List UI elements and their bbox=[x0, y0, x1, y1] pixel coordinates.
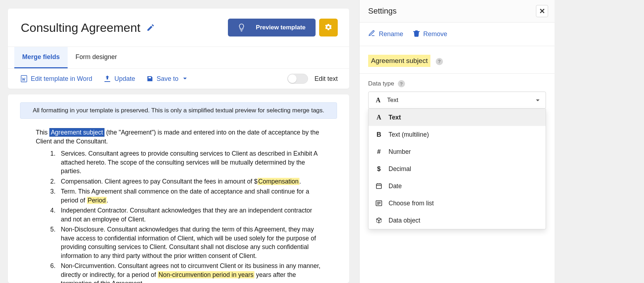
data-type-label: Data type ? bbox=[368, 80, 546, 87]
option-label: Decimal bbox=[389, 165, 411, 173]
doc-text: . bbox=[299, 178, 301, 185]
rename-label: Rename bbox=[379, 30, 403, 38]
tabs: Merge fields Form designer bbox=[8, 47, 349, 68]
doc-text: Compensation. Client agrees to pay Consu… bbox=[61, 178, 258, 185]
list-item: Services. Consultant agrees to provide c… bbox=[57, 149, 321, 176]
data-type-option-date[interactable]: Date bbox=[369, 177, 546, 195]
upload-icon bbox=[104, 75, 111, 82]
gear-icon bbox=[325, 23, 332, 32]
settings-panel: Settings ✕ Rename Remove Agreement subje… bbox=[359, 0, 555, 283]
date-type-icon bbox=[375, 182, 383, 190]
template-settings-button[interactable] bbox=[319, 19, 338, 36]
data-type-option-object[interactable]: Data object bbox=[369, 212, 546, 229]
lightbulb-icon bbox=[238, 23, 245, 32]
update-link[interactable]: Update bbox=[104, 75, 135, 83]
option-label: Data object bbox=[389, 217, 420, 224]
multiline-type-icon: B bbox=[375, 131, 383, 138]
option-label: Text (multiline) bbox=[389, 131, 429, 138]
list-item: Non-Circumvention. Consultant agrees not… bbox=[57, 262, 321, 283]
object-type-icon bbox=[375, 216, 383, 224]
document-body: This Agreement subject (the "Agreement")… bbox=[20, 128, 337, 283]
merge-tag-compensation[interactable]: Compensation bbox=[258, 178, 299, 185]
tab-form-designer[interactable]: Form designer bbox=[68, 47, 125, 68]
right-gutter bbox=[555, 0, 644, 283]
preview-template-label: Preview template bbox=[256, 24, 306, 31]
settings-title: Settings bbox=[368, 6, 397, 16]
merge-tag-agreement-subject[interactable]: Agreement subject bbox=[49, 128, 104, 137]
doc-text: This bbox=[36, 129, 49, 136]
edit-text-toggle[interactable] bbox=[287, 74, 308, 84]
update-label: Update bbox=[114, 75, 135, 83]
remove-label: Remove bbox=[423, 30, 447, 38]
data-type-option-choose[interactable]: Choose from list bbox=[369, 195, 546, 212]
save-to-link[interactable]: Save to bbox=[147, 75, 187, 83]
help-icon[interactable]: ? bbox=[398, 80, 405, 87]
list-type-icon bbox=[375, 199, 383, 207]
remove-field-link[interactable]: Remove bbox=[413, 30, 447, 39]
rename-field-link[interactable]: Rename bbox=[368, 30, 403, 39]
data-type-option-decimal[interactable]: $ Decimal bbox=[369, 160, 546, 177]
chevron-down-icon bbox=[183, 77, 187, 80]
decimal-type-icon: $ bbox=[375, 165, 383, 173]
save-to-label: Save to bbox=[157, 75, 179, 83]
list-item: Compensation. Client agrees to pay Consu… bbox=[57, 177, 321, 186]
doc-text: Services. Consultant agrees to provide c… bbox=[61, 150, 317, 175]
doc-text: Independent Contractor. Consultant ackno… bbox=[61, 207, 312, 223]
list-item: Term. This Agreement shall commence on t… bbox=[57, 187, 321, 205]
help-icon[interactable]: ? bbox=[436, 58, 443, 65]
svg-rect-0 bbox=[21, 75, 27, 82]
close-settings-button[interactable]: ✕ bbox=[536, 5, 548, 17]
number-type-icon: # bbox=[375, 148, 383, 156]
list-item: Non-Disclosure. Consultant acknowledges … bbox=[57, 225, 321, 260]
page-title: Consulting Agreement bbox=[21, 21, 141, 35]
trash-icon bbox=[413, 30, 420, 39]
field-name-display: Agreement subject bbox=[368, 55, 430, 67]
option-label: Number bbox=[389, 148, 411, 156]
text-type-icon: A bbox=[374, 96, 382, 104]
tab-merge-fields[interactable]: Merge fields bbox=[14, 47, 68, 68]
toggle-knob bbox=[288, 74, 297, 83]
preview-template-button[interactable]: Preview template bbox=[228, 19, 316, 36]
doc-text: . bbox=[107, 197, 108, 204]
data-type-selected-label: Text bbox=[387, 97, 398, 104]
info-banner: All formatting in your template is prese… bbox=[20, 102, 337, 119]
text-type-icon: A bbox=[375, 113, 383, 121]
data-type-dropdown: A Text B Text (multiline) # Number $ Dec… bbox=[368, 109, 546, 229]
rename-icon bbox=[368, 30, 375, 39]
edit-in-word-link[interactable]: Edit template in Word bbox=[21, 75, 92, 83]
header-card: Consulting Agreement Preview template bbox=[8, 9, 349, 89]
chevron-down-icon bbox=[536, 97, 540, 104]
save-icon bbox=[147, 75, 153, 82]
content-card: All formatting in your template is prese… bbox=[8, 94, 349, 283]
data-type-select[interactable]: A Text bbox=[368, 92, 546, 109]
merge-tag-noncircumvention[interactable]: Non-circumvention period in years bbox=[158, 271, 254, 278]
merge-tag-period[interactable]: Period bbox=[87, 197, 107, 204]
option-label: Choose from list bbox=[389, 200, 434, 207]
doc-text: Non-Disclosure. Consultant acknowledges … bbox=[61, 226, 316, 259]
data-type-option-number[interactable]: # Number bbox=[369, 143, 546, 160]
edit-in-word-label: Edit template in Word bbox=[31, 75, 92, 83]
word-icon bbox=[21, 75, 27, 82]
edit-text-label: Edit text bbox=[314, 75, 338, 83]
option-label: Date bbox=[389, 182, 402, 190]
svg-rect-1 bbox=[376, 184, 381, 189]
data-type-option-multiline[interactable]: B Text (multiline) bbox=[369, 126, 546, 143]
close-icon: ✕ bbox=[539, 7, 545, 15]
edit-title-icon[interactable] bbox=[146, 23, 155, 32]
list-item: Independent Contractor. Consultant ackno… bbox=[57, 206, 321, 224]
option-label: Text bbox=[389, 114, 401, 121]
data-type-option-text[interactable]: A Text bbox=[369, 109, 546, 126]
